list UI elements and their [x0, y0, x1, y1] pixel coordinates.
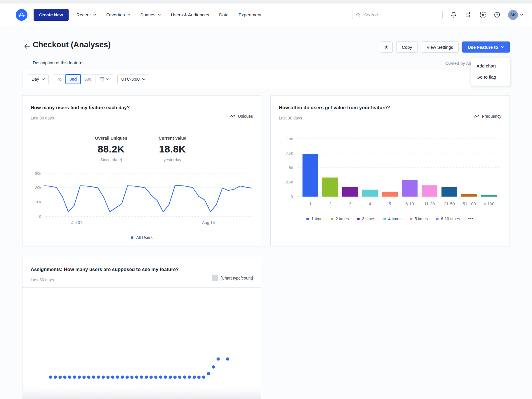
legend-label: 3 times	[362, 216, 375, 221]
create-new-button[interactable]: Create New	[34, 9, 69, 21]
menu-item-add-chart[interactable]: Add chart	[471, 60, 510, 72]
uniques-line-chart-canvas[interactable]: 010k20k30kJul 31Aug 14	[25, 169, 259, 231]
legend-item-4-times[interactable]: 4 times	[383, 216, 401, 221]
divider	[271, 128, 510, 128]
granularity-select[interactable]: Day	[28, 74, 49, 84]
legend-item-2-times[interactable]: 2 times	[331, 216, 349, 221]
nav-item-recent[interactable]: Recent	[77, 12, 96, 18]
nav-item-label: Spaces	[140, 12, 156, 18]
legend-item-1-time[interactable]: 1 time	[306, 216, 322, 221]
svg-text:1: 1	[309, 202, 312, 206]
date-range-buttons: 7d30d60d	[53, 74, 95, 84]
svg-text:?: ?	[496, 13, 498, 17]
card-title: How often do users get value from your f…	[279, 105, 390, 110]
stat-caption: yesterday	[149, 157, 196, 162]
stat-overall-uniques: Overall Uniques88.2KSince [date]	[88, 136, 135, 162]
chart-type-badge: Uniques	[230, 114, 253, 119]
svg-text:5: 5	[389, 202, 391, 206]
view-settings-label: View Settings	[427, 45, 453, 50]
nav-item-label: Favorites	[106, 12, 125, 18]
svg-text:20k: 20k	[35, 185, 41, 190]
range-button-7d[interactable]: 7d	[53, 74, 66, 84]
chart-type-placeholder-legend: [Chart type/count]	[212, 275, 253, 281]
legend-label: 5 times	[415, 216, 428, 221]
avatar: AK	[508, 10, 518, 20]
card-subtitle: Last 30 days	[31, 116, 54, 120]
legend-dot	[331, 218, 333, 220]
svg-text:5k: 5k	[289, 166, 293, 170]
nav-item-users-audiences[interactable]: Users & Audiences	[171, 12, 209, 18]
card-title: Assignments: How many users are supposed…	[31, 267, 179, 272]
back-button[interactable]	[23, 43, 31, 51]
calendar-icon	[99, 77, 105, 82]
legend-more-button[interactable]: •••	[468, 216, 474, 221]
search-input[interactable]	[363, 12, 439, 18]
range-button-60d[interactable]: 60d	[81, 74, 95, 84]
chart-type-label: Frequency	[482, 114, 501, 119]
uniques-stats: Overall Uniques88.2KSince [date]Current …	[22, 136, 261, 162]
star-icon: ★	[384, 44, 389, 50]
chevron-down-icon	[127, 14, 131, 16]
account-menu[interactable]: AK	[508, 10, 523, 20]
search-box[interactable]	[352, 10, 443, 20]
favorite-button[interactable]: ★	[380, 41, 393, 53]
select-region-button[interactable]	[479, 11, 486, 18]
legend-item-6-10-times[interactable]: 6-10 times	[436, 216, 460, 221]
nav-item-data[interactable]: Data	[219, 12, 229, 18]
copy-label: Copy	[402, 45, 412, 50]
timezone-select[interactable]: UTC-3:00	[117, 74, 149, 84]
bell-icon	[450, 11, 457, 18]
legend-dot	[383, 218, 386, 220]
divider	[22, 287, 261, 288]
nav-item-label: Users & Audiences	[171, 12, 209, 18]
svg-text:3: 3	[349, 202, 351, 206]
app-window: Create New RecentFavoritesSpacesUsers & …	[0, 0, 532, 399]
range-button-30d[interactable]: 30d	[65, 74, 81, 84]
dashed-square-icon	[479, 11, 486, 18]
chevron-down-icon	[520, 14, 523, 16]
chevron-down-icon	[42, 78, 45, 80]
timezone-value: UTC-3:00	[121, 77, 140, 81]
svg-text:6-10: 6-10	[405, 202, 414, 206]
svg-text:51-100: 51-100	[463, 202, 476, 206]
legend-item-5-times[interactable]: 5 times	[410, 216, 428, 221]
legend-item-3-times[interactable]: 3 times	[357, 216, 375, 221]
stat-current-value: Current Value18.8Kyesterday	[149, 136, 196, 162]
nav-item-spaces[interactable]: Spaces	[140, 12, 161, 18]
menu-item-go-to-flag[interactable]: Go to flag	[471, 72, 510, 83]
svg-text:7.5k: 7.5k	[286, 151, 293, 155]
custom-date-range-button[interactable]	[95, 74, 113, 84]
uniques-card: How many users find my feature each day?…	[22, 95, 261, 247]
nav-item-label: Experiment	[239, 12, 261, 18]
view-settings-button[interactable]: View Settings	[421, 41, 459, 53]
nav-item-experiment[interactable]: Experiment	[239, 12, 261, 18]
help-button[interactable]: ?	[494, 11, 500, 18]
use-feature-to-button[interactable]: Use Feature to	[462, 41, 510, 53]
chevron-down-icon	[93, 14, 96, 16]
nav-right: ? AK	[352, 10, 523, 20]
stat-label: Overall Uniques	[88, 136, 135, 140]
page-title: Checkout (Analyses)	[33, 40, 111, 49]
notifications-button[interactable]	[450, 11, 457, 18]
nav-item-favorites[interactable]: Favorites	[106, 12, 131, 18]
help-circle-icon: ?	[494, 11, 500, 18]
svg-text:21-50: 21-50	[444, 202, 455, 206]
svg-text:< 100: < 100	[484, 202, 495, 206]
frequency-bar-chart-canvas[interactable]: 02.5k5k7.5k10k123456-1011-2021-5051-100<…	[274, 131, 507, 215]
legend-dot	[131, 236, 133, 239]
trend-line-icon	[474, 114, 479, 118]
assignments-scatter-chart-canvas[interactable]	[22, 289, 262, 399]
chevron-down-icon	[142, 78, 145, 80]
copy-button[interactable]: Copy	[396, 41, 418, 53]
date-range-segmented-control: 7d30d60d	[53, 74, 113, 84]
use-feature-menu: Add chartGo to flag	[471, 57, 510, 86]
back-arrow-icon	[23, 43, 31, 50]
svg-text:Aug 14: Aug 14	[202, 220, 215, 225]
card-subtitle: Last 30 days	[31, 277, 54, 282]
amplitude-logo[interactable]	[16, 9, 27, 21]
line-chart-legend[interactable]: All Users	[22, 235, 261, 240]
svg-text:10k: 10k	[287, 137, 293, 141]
journeys-button[interactable]	[465, 12, 472, 18]
card-title: How many users find my feature each day?	[31, 105, 130, 110]
legend-swatch	[212, 275, 218, 281]
